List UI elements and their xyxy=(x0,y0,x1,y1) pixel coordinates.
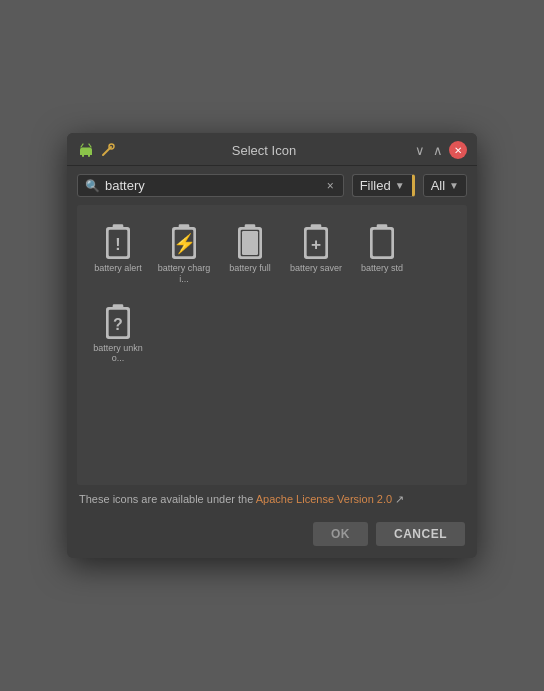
search-box[interactable]: 🔍 × xyxy=(77,174,344,197)
icon-label-battery-full: battery full xyxy=(229,263,271,274)
icon-grid-container: ! battery alert ⚡ battery chargi... xyxy=(77,205,467,485)
svg-text:⚡: ⚡ xyxy=(173,232,197,255)
filled-dropdown[interactable]: Filled ▼ xyxy=(352,174,415,197)
icon-item-battery-unknown[interactable]: ? battery unkno... xyxy=(87,295,149,371)
battery-full-icon xyxy=(234,223,266,263)
icon-label-battery-charging: battery chargi... xyxy=(157,263,211,285)
svg-text:?: ? xyxy=(113,315,123,332)
footer: OK CANCEL xyxy=(67,514,477,558)
license-bar: These icons are available under the Apac… xyxy=(67,485,477,514)
all-label: All xyxy=(431,178,445,193)
battery-saver-icon: + xyxy=(300,223,332,263)
clear-button[interactable]: × xyxy=(325,179,336,193)
battery-unknown-icon: ? xyxy=(102,303,134,343)
icon-item-battery-std[interactable]: battery std xyxy=(351,215,413,291)
svg-rect-3 xyxy=(80,151,92,155)
chevron-up-button[interactable]: ∧ xyxy=(431,143,445,158)
svg-text:+: + xyxy=(311,234,321,254)
license-link[interactable]: Apache License Version 2.0 xyxy=(256,493,392,505)
search-input[interactable] xyxy=(105,178,325,193)
filled-label: Filled xyxy=(360,178,391,193)
search-icon: 🔍 xyxy=(85,179,100,193)
battery-charging-icon: ⚡ xyxy=(168,223,200,263)
titlebar-left xyxy=(77,142,115,158)
titlebar: Select Icon ∨ ∧ ✕ xyxy=(67,133,477,166)
icon-label-battery-saver: battery saver xyxy=(290,263,342,274)
all-dropdown[interactable]: All ▼ xyxy=(423,174,467,197)
icon-item-battery-saver[interactable]: + battery saver xyxy=(285,215,347,291)
close-button[interactable]: ✕ xyxy=(449,141,467,159)
pin-icon xyxy=(101,143,115,157)
svg-line-7 xyxy=(89,144,91,147)
toolbar: 🔍 × Filled ▼ All ▼ xyxy=(67,166,477,205)
icon-item-battery-full[interactable]: battery full xyxy=(219,215,281,291)
icon-item-battery-charging[interactable]: ⚡ battery chargi... xyxy=(153,215,215,291)
license-text: These icons are available under the xyxy=(79,493,256,505)
icon-label-battery-std: battery std xyxy=(361,263,403,274)
icon-grid: ! battery alert ⚡ battery chargi... xyxy=(87,215,457,370)
svg-text:!: ! xyxy=(115,236,120,253)
select-icon-dialog: Select Icon ∨ ∧ ✕ 🔍 × Filled ▼ All ▼ xyxy=(67,133,477,558)
titlebar-right: ∨ ∧ ✕ xyxy=(413,141,467,159)
icon-label-battery-alert: battery alert xyxy=(94,263,142,274)
svg-line-6 xyxy=(81,144,83,147)
chevron-down-button[interactable]: ∨ xyxy=(413,143,427,158)
battery-alert-icon: ! xyxy=(102,223,134,263)
ok-button[interactable]: OK xyxy=(313,522,368,546)
svg-rect-28 xyxy=(373,230,392,257)
cancel-button[interactable]: CANCEL xyxy=(376,522,465,546)
all-dropdown-arrow: ▼ xyxy=(449,180,459,191)
battery-std-icon xyxy=(366,223,398,263)
svg-rect-21 xyxy=(242,231,258,255)
svg-rect-4 xyxy=(82,154,84,157)
license-arrow: ↗ xyxy=(392,493,404,505)
dialog-title: Select Icon xyxy=(115,143,413,158)
android-icon xyxy=(77,142,95,158)
icon-item-battery-alert[interactable]: ! battery alert xyxy=(87,215,149,291)
filled-dropdown-arrow: ▼ xyxy=(395,180,405,191)
svg-rect-5 xyxy=(88,154,90,157)
icon-label-battery-unknown: battery unkno... xyxy=(91,343,145,365)
